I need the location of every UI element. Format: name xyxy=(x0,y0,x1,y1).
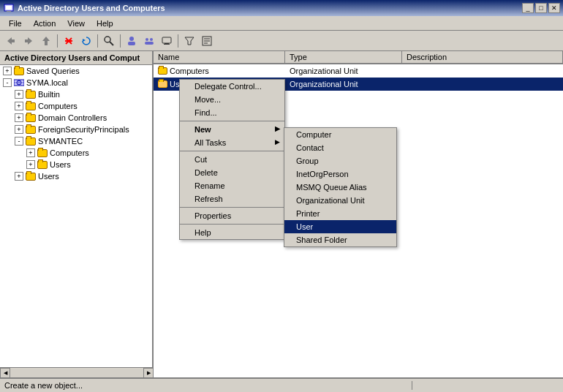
expander-fsp[interactable]: + xyxy=(15,125,23,134)
scroll-left-btn[interactable]: ◀ xyxy=(0,368,10,378)
expander-users[interactable]: + xyxy=(15,172,23,181)
list-cell-users-type: Organizational Unit xyxy=(285,79,402,89)
tree-item-users[interactable]: + Users xyxy=(0,170,152,182)
expander-symantec-users[interactable]: + xyxy=(26,160,35,169)
expander-symantec-computers[interactable]: + xyxy=(26,148,35,157)
sub-ou[interactable]: Organizational Unit xyxy=(284,194,396,207)
tree-item-builtin[interactable]: + Builtin xyxy=(0,88,152,100)
ctx-sep-2 xyxy=(180,151,284,151)
list-header: Name Type Description xyxy=(154,51,563,64)
toolbar-separator-2 xyxy=(97,34,98,48)
label-builtin: Builtin xyxy=(38,90,60,99)
back-button[interactable] xyxy=(3,33,19,49)
filter-button[interactable] xyxy=(181,33,197,49)
left-pane-scrollbar[interactable]: ◀ ▶ xyxy=(0,367,154,377)
menu-bar: File Action View Help xyxy=(0,16,563,31)
tree-item-symantec-computers[interactable]: + Computers xyxy=(0,147,152,159)
properties-button[interactable] xyxy=(199,33,215,49)
ctx-new[interactable]: New xyxy=(180,123,284,136)
ctx-cut[interactable]: Cut xyxy=(180,153,284,166)
folder-icon-dc xyxy=(25,113,37,123)
ctx-delete[interactable]: Delete xyxy=(180,166,284,179)
group-button[interactable] xyxy=(141,33,157,49)
svg-rect-2 xyxy=(7,11,11,12)
svg-marker-5 xyxy=(42,37,50,45)
sub-shared-folder[interactable]: Shared Folder xyxy=(284,233,396,246)
ctx-refresh[interactable]: Refresh xyxy=(180,192,284,206)
menu-view[interactable]: View xyxy=(61,18,91,29)
computer-button[interactable] xyxy=(159,33,175,49)
col-header-desc[interactable]: Description xyxy=(402,51,563,63)
window-controls: _ □ ✕ xyxy=(522,3,560,13)
ctx-all-tasks[interactable]: All Tasks xyxy=(180,136,284,149)
tree-item-computers[interactable]: + Computers xyxy=(0,100,152,112)
expander-dc[interactable]: + xyxy=(15,113,23,122)
menu-help[interactable]: Help xyxy=(91,18,119,29)
user-button[interactable] xyxy=(124,33,140,49)
tree-item-symantec-users[interactable]: + Users xyxy=(0,159,152,170)
maximize-button[interactable]: □ xyxy=(535,3,547,13)
sub-printer[interactable]: Printer xyxy=(284,207,396,220)
label-computers: Computers xyxy=(38,102,78,110)
status-bar: Create a new object... xyxy=(0,377,563,392)
context-menu: Delegate Control... Move... Find... New … xyxy=(179,79,285,240)
sub-contact[interactable]: Contact xyxy=(284,141,396,154)
list-cell-computers-type: Organizational Unit xyxy=(285,66,402,76)
sub-user[interactable]: User xyxy=(284,220,396,233)
tree-content: + Saved Queries - SYMA.local + Builtin xyxy=(0,65,152,182)
svg-marker-4 xyxy=(25,37,32,45)
tree-pane-header: Active Directory Users and Comput xyxy=(0,51,152,65)
up-button[interactable] xyxy=(38,33,54,49)
close-button[interactable]: ✕ xyxy=(548,3,560,13)
sub-group[interactable]: Group xyxy=(284,154,396,167)
tree-item-fsp[interactable]: + ForeignSecurityPrincipals xyxy=(0,124,152,135)
svg-rect-17 xyxy=(162,37,171,43)
ctx-sep-1 xyxy=(180,121,284,121)
sub-msmq[interactable]: MSMQ Queue Alias xyxy=(284,181,396,194)
expander-syma[interactable]: - xyxy=(3,78,12,87)
svg-marker-3 xyxy=(7,37,15,45)
label-symantec-users: Users xyxy=(50,160,71,169)
list-item-computers[interactable]: Computers Organizational Unit xyxy=(154,64,563,78)
expander-saved-queries[interactable]: + xyxy=(3,67,12,75)
tree-item-symantec[interactable]: - SYMANTEC xyxy=(0,135,152,147)
svg-point-10 xyxy=(105,37,110,42)
minimize-button[interactable]: _ xyxy=(522,3,534,13)
label-saved-queries: Saved Queries xyxy=(26,67,80,75)
expander-computers[interactable]: + xyxy=(15,102,23,110)
label-symantec-computers: Computers xyxy=(50,148,89,157)
tree-item-syma[interactable]: - SYMA.local xyxy=(0,77,152,88)
toolbar-separator-4 xyxy=(178,34,178,48)
stop-button[interactable] xyxy=(61,33,77,49)
label-dc: Domain Controllers xyxy=(38,113,107,122)
refresh-button[interactable] xyxy=(78,33,94,49)
ctx-sep-3 xyxy=(180,207,284,208)
find-button[interactable] xyxy=(101,33,117,49)
tree-item-saved-queries[interactable]: + Saved Queries xyxy=(0,65,152,77)
status-text: Create a new object... xyxy=(4,381,412,390)
expander-symantec[interactable]: - xyxy=(15,137,23,146)
tree-pane: Active Directory Users and Comput + Save… xyxy=(0,51,154,377)
scroll-right-btn[interactable]: ▶ xyxy=(143,368,154,378)
ctx-delegate-control[interactable]: Delegate Control... xyxy=(180,80,284,93)
folder-icon-builtin xyxy=(25,89,37,99)
ctx-properties[interactable]: Properties xyxy=(180,209,284,222)
col-header-name[interactable]: Name xyxy=(154,51,285,63)
svg-marker-9 xyxy=(83,39,86,42)
expander-builtin[interactable]: + xyxy=(15,90,23,99)
tree-item-dc[interactable]: + Domain Controllers xyxy=(0,112,152,124)
ctx-find[interactable]: Find... xyxy=(180,106,284,119)
folder-icon-saved-queries xyxy=(13,66,25,76)
ctx-help[interactable]: Help xyxy=(180,226,284,239)
svg-rect-16 xyxy=(145,42,154,45)
sub-inetorgperson[interactable]: InetOrgPerson xyxy=(284,167,396,181)
forward-button[interactable] xyxy=(20,33,37,49)
menu-file[interactable]: File xyxy=(3,18,28,29)
col-header-type[interactable]: Type xyxy=(285,51,402,63)
folder-icon-fsp xyxy=(25,124,37,135)
sub-computer[interactable]: Computer xyxy=(284,128,396,141)
svg-rect-18 xyxy=(165,43,169,44)
ctx-move[interactable]: Move... xyxy=(180,93,284,106)
ctx-rename[interactable]: Rename xyxy=(180,179,284,192)
menu-action[interactable]: Action xyxy=(28,18,62,29)
